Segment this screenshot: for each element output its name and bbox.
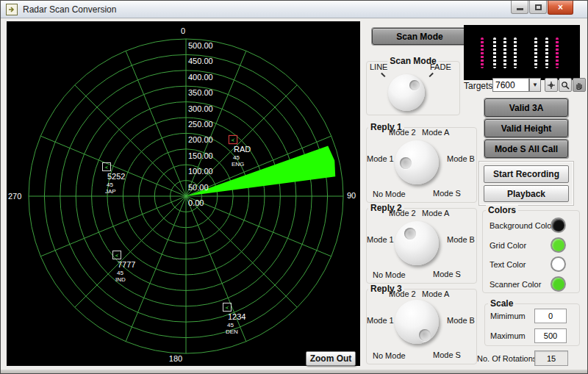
target-plane-icon [223,303,232,312]
svg-text:250.00: 250.00 [188,120,213,129]
reply3-modeS-label: Mode S [433,350,461,359]
text-color-label: Text Color [490,260,526,269]
window-bottom-edge [1,370,587,373]
maximum-label: Maximum [490,331,526,340]
valid-height-button[interactable]: Valid Height [484,119,568,137]
target-country: IND [115,276,126,283]
close-button[interactable]: × [548,1,573,15]
window-title: Radar Scan Conversion [23,4,116,15]
svg-text:350.00: 350.00 [188,88,213,97]
svg-text:180: 180 [169,354,182,363]
zoom-tool-button[interactable] [559,78,572,92]
minimize-icon [517,8,523,10]
scan-mode-line-label: LINE [370,62,387,71]
magnifier-icon [561,81,570,90]
grid-color-swatch[interactable] [551,237,566,253]
scanner-color-label: Scanner Color [490,280,541,289]
reply1-nomode-label: No Mode [373,190,406,198]
maximum-input[interactable] [534,328,567,343]
targets-label: Targets [464,81,492,91]
target-column [493,37,496,68]
mode-s-all-call-button[interactable]: Mode S All Call [484,140,568,158]
minimum-label: Mimimum [490,312,526,320]
target-plane-icon [229,135,237,144]
scan-mode-fade-label: FADE [430,62,451,71]
target-callsign: 5252 [107,172,125,181]
minimize-button[interactable] [511,1,528,14]
colors-title: Colors [486,205,518,215]
target-callsign: 1234 [228,312,245,321]
knob-indicator [400,157,412,169]
background-color-swatch[interactable] [551,217,566,233]
radar-display[interactable]: 0.0050.00100.00150.00200.00250.00300.003… [7,21,360,366]
target-column [556,37,559,68]
target-country: ENG [232,161,244,168]
target-country: JAP [105,188,116,195]
target-column [514,37,517,68]
text-color-swatch[interactable] [551,256,566,272]
reply3-mode2-label: Mode 2 [389,290,416,298]
target-column [534,37,537,68]
grid-color-label: Grid Color [490,241,526,250]
svg-text:200.00: 200.00 [188,135,213,144]
reply2-knob[interactable] [395,221,439,265]
pan-tool-button[interactable] [573,78,586,92]
reply2-modeS-label: Mode S [433,270,461,278]
reply1-modeB-label: Mode B [447,154,475,163]
playback-button[interactable]: Playback [484,185,569,202]
knob-indicator [404,228,416,240]
minimum-input[interactable] [534,309,567,323]
reply1-knob[interactable] [395,140,439,184]
reply1-modeA-label: Mode A [422,128,449,137]
svg-text:90: 90 [347,191,356,200]
knob-indicator [409,80,420,90]
targets-dropdown-arrow-icon[interactable]: ▼ [529,78,541,92]
reply2-mode2-label: Mode 2 [389,209,416,217]
svg-text:100.00: 100.00 [188,167,213,176]
maximize-icon [535,4,542,10]
title-bar[interactable]: Radar Scan Conversion × [1,1,587,18]
svg-text:50.00: 50.00 [188,183,209,192]
reply2-modeA-label: Mode A [422,209,449,217]
reply2-nomode-label: No Mode [373,270,406,279]
svg-text:500.00: 500.00 [188,41,213,50]
svg-text:150.00: 150.00 [188,151,213,160]
background-color-label: Background Color [490,221,554,230]
scale-title: Scale [488,298,515,309]
rotations-input[interactable] [534,350,568,366]
svg-text:400.00: 400.00 [188,73,213,82]
crosshair-icon [547,81,556,90]
svg-text:0.00: 0.00 [188,198,204,207]
reply3-modeB-label: Mode B [447,316,475,325]
app-icon [6,4,18,15]
target-country: DEN [226,328,238,335]
target-plane-icon [102,162,111,171]
reply1-mode1-label: Mode 1 [367,154,394,163]
target-column [503,37,506,68]
target-code: 45 [117,270,123,276]
app-window: Radar Scan Conversion × 0.0050.00100.001… [0,0,588,374]
scan-mode-knob[interactable] [388,74,425,111]
svg-text:300.00: 300.00 [188,104,213,113]
maximize-button[interactable] [529,1,547,14]
reply2-mode1-label: Mode 1 [367,235,394,244]
valid-3a-button[interactable]: Valid 3A [484,98,568,117]
target-code: 45 [233,154,240,161]
zoom-out-button[interactable]: Zoom Out [306,351,356,366]
rotations-label: No. Of Rotations [477,354,537,363]
scanner-color-swatch[interactable] [551,276,566,292]
scan-mode-button[interactable]: Scan Mode [372,28,467,45]
cursor-tool-button[interactable] [545,78,558,92]
hand-icon [575,81,584,90]
targets-count-input[interactable] [492,78,529,92]
reply3-knob[interactable] [395,300,439,344]
start-recording-button[interactable]: Start Recording [484,165,569,183]
target-column [545,37,548,68]
reply3-nomode-label: No Mode [373,351,406,360]
reply3-modeA-label: Mode A [422,290,449,298]
target-column [481,37,484,68]
target-callsign: RAD [234,145,251,154]
svg-text:0: 0 [181,26,185,35]
target-code: 45 [107,181,113,188]
reply3-mode1-label: Mode 1 [367,316,394,325]
